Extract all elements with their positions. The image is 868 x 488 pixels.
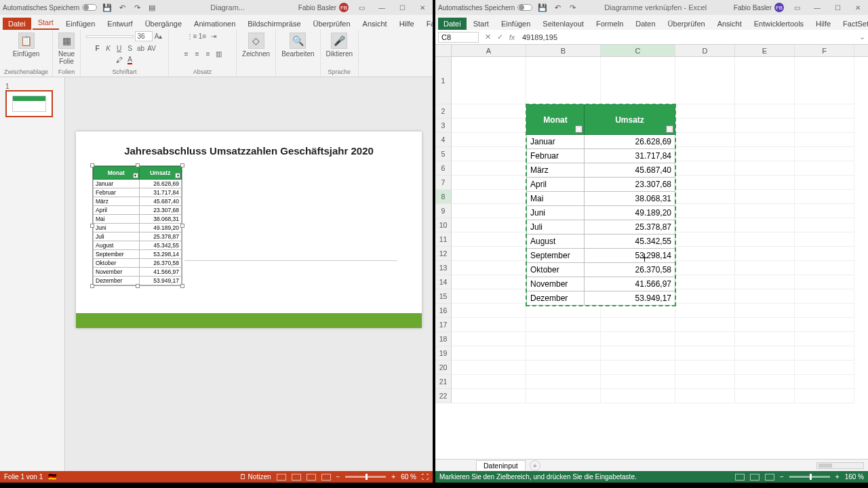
cell[interactable] — [601, 318, 675, 332]
cell[interactable] — [452, 304, 526, 318]
col-header-monat[interactable]: Monat▾ — [527, 105, 585, 135]
cell[interactable] — [452, 176, 526, 190]
cell[interactable] — [526, 318, 601, 332]
name-box[interactable]: C8 — [438, 32, 479, 43]
new-slide-button[interactable]: ▦ Neue Folie — [57, 31, 76, 66]
toggle-switch-icon[interactable] — [517, 4, 532, 11]
tab-view[interactable]: Ansicht — [712, 18, 747, 30]
enter-icon[interactable]: ✓ — [494, 33, 506, 41]
cell[interactable] — [452, 261, 526, 275]
cell[interactable] — [735, 375, 795, 389]
row-header-17[interactable]: 17 — [435, 318, 452, 332]
align-center-icon[interactable]: ≡ — [193, 49, 202, 59]
strike-icon[interactable]: S — [125, 43, 135, 53]
fit-to-window-icon[interactable]: ⛶ — [422, 473, 429, 481]
pagebreak-view-icon[interactable] — [765, 474, 774, 481]
tab-design[interactable]: Entwurf — [102, 18, 138, 30]
tab-transitions[interactable]: Übergänge — [140, 18, 187, 30]
save-icon[interactable]: 💾 — [102, 3, 112, 12]
user-account[interactable]: Fabio Basler FB — [734, 3, 784, 12]
tab-help[interactable]: Hilfe — [810, 18, 836, 30]
cell[interactable] — [452, 119, 526, 133]
align-left-icon[interactable]: ≡ — [182, 49, 191, 59]
cell[interactable] — [601, 389, 675, 403]
cell[interactable] — [795, 161, 854, 176]
cell[interactable] — [452, 275, 526, 289]
increase-font-icon[interactable]: A▴ — [154, 32, 163, 41]
cell[interactable] — [452, 318, 526, 332]
draw-button[interactable]: ◇Zeichnen — [241, 31, 271, 59]
cell[interactable] — [601, 57, 675, 104]
tab-animations[interactable]: Animationen — [189, 18, 241, 30]
cell[interactable] — [735, 147, 795, 161]
cell-monat[interactable]: August — [527, 235, 585, 249]
ribbon-mode-icon[interactable]: ▭ — [789, 4, 804, 12]
slide-canvas[interactable]: Jahresabschluss Umsatzzahlen Geschäftsja… — [76, 131, 422, 328]
row-header-8[interactable]: 8 — [435, 190, 452, 204]
close-icon[interactable]: ✕ — [415, 4, 430, 12]
cell[interactable] — [675, 289, 735, 304]
bold-icon[interactable]: F — [93, 43, 102, 53]
cell-monat[interactable]: Mai — [527, 192, 585, 206]
cell-umsatz[interactable]: 25.378,87 — [585, 220, 675, 235]
row-header-4[interactable]: 4 — [435, 133, 452, 147]
normal-view-icon[interactable] — [735, 474, 745, 481]
cell[interactable] — [795, 104, 854, 119]
spacing-icon[interactable]: AV — [147, 43, 157, 53]
cell[interactable] — [601, 361, 675, 375]
cell-umsatz[interactable]: 45.687,40 — [585, 163, 675, 178]
cell[interactable] — [795, 218, 854, 232]
resize-handle[interactable] — [90, 284, 94, 288]
cell[interactable] — [601, 332, 675, 346]
cell[interactable] — [675, 261, 735, 275]
filter-icon[interactable]: ▾ — [575, 125, 583, 133]
zoom-out-icon[interactable]: − — [336, 473, 340, 481]
cell[interactable] — [675, 176, 735, 190]
zoom-slider[interactable] — [345, 476, 386, 478]
cell[interactable] — [675, 361, 735, 375]
cell[interactable] — [675, 190, 735, 204]
cell-umsatz[interactable]: 31.717,84 — [585, 149, 675, 163]
tab-slideshow[interactable]: Bildschirmpräse — [242, 18, 306, 30]
row-header-18[interactable]: 18 — [435, 332, 452, 346]
cell[interactable] — [526, 57, 601, 104]
cell[interactable] — [675, 275, 735, 289]
italic-icon[interactable]: K — [104, 43, 113, 53]
cell[interactable] — [452, 133, 526, 147]
cell[interactable] — [452, 204, 526, 218]
cell[interactable] — [795, 119, 854, 133]
row-header-20[interactable]: 20 — [435, 361, 452, 375]
add-sheet-button[interactable]: + — [530, 460, 540, 471]
row-header-1[interactable]: 1 — [435, 57, 452, 104]
tab-start[interactable]: Start — [468, 18, 494, 30]
cell[interactable] — [795, 147, 854, 161]
cell[interactable] — [601, 375, 675, 389]
zoom-level[interactable]: 60 % — [401, 473, 416, 481]
ribbon-mode-icon[interactable]: ▭ — [354, 4, 369, 12]
cell[interactable] — [675, 104, 735, 119]
tab-review[interactable]: Überprüfen — [308, 18, 356, 30]
tab-file[interactable]: Datei — [438, 18, 467, 30]
filter-icon[interactable]: ▾ — [175, 173, 180, 178]
cell[interactable] — [675, 346, 735, 361]
zoom-in-icon[interactable]: + — [391, 473, 395, 481]
normal-view-icon[interactable] — [277, 474, 286, 481]
cell[interactable] — [735, 119, 795, 133]
cell-monat[interactable]: Juni — [527, 206, 585, 220]
font-name-dropdown[interactable] — [86, 35, 134, 38]
cell[interactable] — [795, 204, 854, 218]
cell[interactable] — [452, 361, 526, 375]
cell[interactable] — [452, 375, 526, 389]
cell[interactable] — [601, 346, 675, 361]
cell[interactable] — [795, 346, 854, 361]
cell[interactable] — [795, 190, 854, 204]
redo-icon[interactable]: ↷ — [132, 3, 142, 12]
cell[interactable] — [735, 232, 795, 247]
sheet-tab-dateninput[interactable]: Dateninput — [476, 460, 526, 470]
col-header-B[interactable]: B — [526, 45, 601, 56]
zoom-in-icon[interactable]: + — [835, 473, 840, 481]
close-icon[interactable]: ✕ — [850, 4, 865, 12]
tab-pagelayout[interactable]: Seitenlayout — [537, 18, 589, 30]
slide-thumbnail-1[interactable] — [5, 90, 53, 117]
maximize-icon[interactable]: ☐ — [395, 4, 410, 12]
